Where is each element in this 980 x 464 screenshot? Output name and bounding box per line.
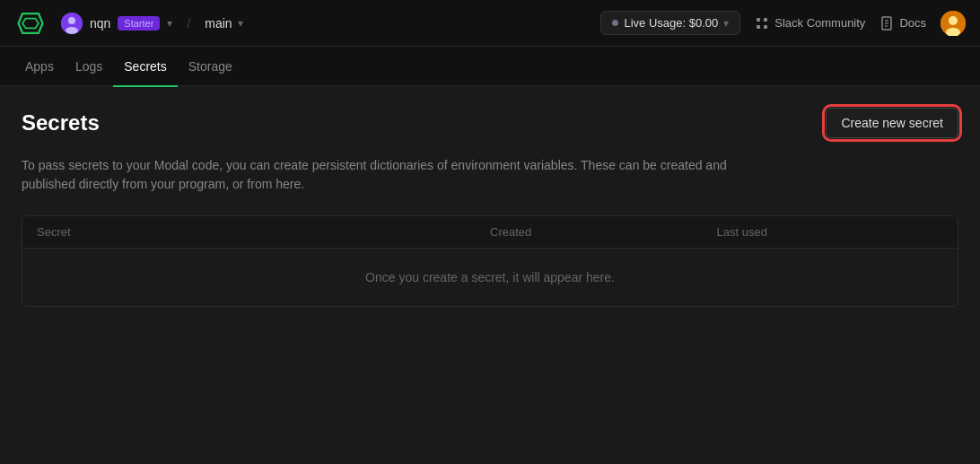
branch-label: main — [205, 16, 232, 31]
slack-label: Slack Community — [774, 16, 865, 30]
svg-point-3 — [68, 17, 75, 24]
svg-rect-6 — [764, 18, 767, 22]
svg-rect-5 — [757, 18, 760, 22]
svg-point-4 — [66, 27, 78, 34]
tab-logs[interactable]: Logs — [65, 48, 113, 87]
table-header-row: Secret Created Last used — [22, 216, 958, 249]
usage-chevron-icon: ▾ — [723, 17, 729, 30]
usage-status-dot — [612, 20, 618, 26]
column-header-created: Created — [490, 225, 717, 239]
svg-marker-1 — [22, 18, 39, 28]
tab-secrets[interactable]: Secrets — [113, 48, 177, 87]
usage-label: Live Usage: $0.00 — [624, 16, 718, 30]
user-section: nqn Starter ▾ — [61, 13, 172, 34]
main-content: Secrets Create new secret To pass secret… — [0, 86, 980, 328]
account-avatar[interactable] — [941, 11, 966, 36]
docs-icon — [879, 16, 894, 31]
slack-link[interactable]: Slack Community — [755, 16, 865, 31]
svg-rect-8 — [764, 25, 767, 29]
slack-icon — [755, 16, 769, 31]
svg-point-14 — [949, 16, 958, 25]
tab-storage[interactable]: Storage — [178, 48, 243, 87]
plan-badge: Starter — [118, 16, 160, 31]
column-header-last-used: Last used — [717, 225, 944, 239]
app-header: nqn Starter ▾ / main ▾ Live Usage: $0.00… — [0, 0, 980, 47]
user-avatar — [61, 13, 83, 34]
user-chevron-icon[interactable]: ▾ — [167, 17, 172, 30]
usage-pill[interactable]: Live Usage: $0.00 ▾ — [600, 11, 740, 35]
docs-label: Docs — [899, 16, 926, 30]
header-right: Live Usage: $0.00 ▾ Slack Community Docs — [600, 11, 966, 36]
branch-chevron-icon[interactable]: ▾ — [238, 17, 243, 30]
tab-apps[interactable]: Apps — [14, 48, 65, 87]
page-title: Secrets — [22, 110, 100, 136]
secrets-table: Secret Created Last used Once you create… — [22, 215, 958, 307]
create-new-secret-button[interactable]: Create new secret — [826, 108, 958, 138]
path-separator: / — [187, 16, 190, 31]
svg-rect-7 — [757, 25, 760, 29]
page-description: To pass secrets to your Modal code, you … — [22, 156, 739, 194]
username-label: nqn — [90, 16, 110, 31]
page-header: Secrets Create new secret — [22, 108, 958, 138]
column-header-secret: Secret — [37, 225, 490, 239]
logo[interactable] — [14, 7, 47, 39]
docs-link[interactable]: Docs — [879, 16, 926, 31]
nav-tabs: Apps Logs Secrets Storage — [0, 47, 980, 86]
table-empty-message: Once you create a secret, it will appear… — [22, 249, 958, 306]
branch-section[interactable]: main ▾ — [205, 16, 242, 31]
